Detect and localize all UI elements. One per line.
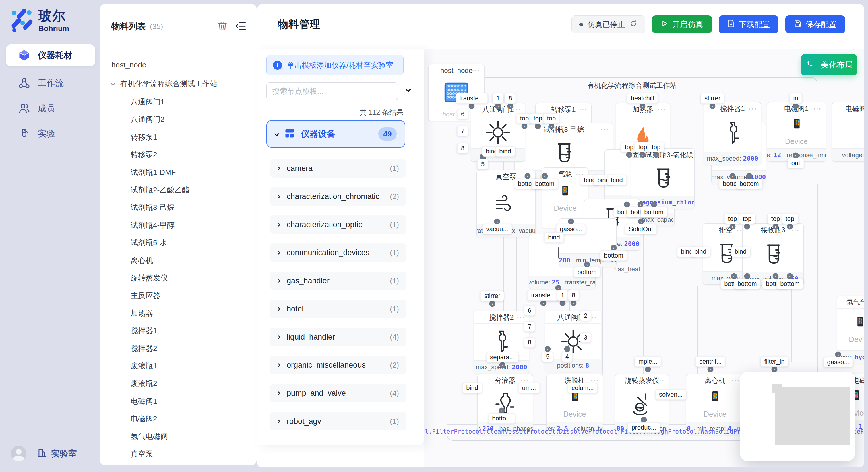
port-dot[interactable]: › [489,301,495,307]
sidebar-item-2[interactable]: 成员 [6,98,95,119]
category-row-liquid_handler[interactable]: liquid_handler(4) [270,328,406,346]
canvas-node[interactable]: 搅拌器1⋯max_speed:2000 [704,102,761,165]
port-dot[interactable]: › [730,224,736,230]
node-menu-icon[interactable]: ⋯ [748,102,757,115]
port-chip[interactable]: filter_in [761,357,788,367]
tree-item[interactable]: 试剂瓶1-DMF [131,167,176,178]
canvas-node[interactable]: 离心机⋯Devicetemp:40min_temp:4max_spe: [686,374,744,435]
port-dot[interactable]: ‹ [584,262,590,268]
canvas-node[interactable]: 八通阀门2⋯positions:8 [545,311,601,372]
chevron-down-icon[interactable] [406,88,410,93]
port-dot[interactable]: ‹ [651,202,657,208]
node-menu-icon[interactable]: ⋯ [472,64,480,77]
tree-item[interactable]: host_node [112,59,146,71]
port-chip[interactable]: vacuu... [482,224,512,234]
tree-item[interactable]: 搅拌器2 [131,343,157,354]
search-input[interactable] [267,82,398,100]
start-simulation-button[interactable]: 开启仿真 [652,15,712,33]
port-chip[interactable]: bind [462,383,482,393]
beautify-layout-button[interactable]: 美化布局 [801,54,857,75]
tree-item[interactable]: 八通阀门1 [131,96,164,107]
port-dot[interactable]: ‹ [793,153,799,159]
port-chip[interactable]: 2 [580,310,591,321]
port-dot[interactable]: ‹ [638,202,644,208]
category-row-hotel[interactable]: hotel(1) [270,300,406,318]
port-chip[interactable]: top [782,214,798,224]
port-chip[interactable]: 7 [457,126,468,136]
port-chip[interactable]: 8 [524,337,535,347]
tree-item[interactable]: 真空泵 [131,448,153,460]
port-dot[interactable]: ‹ [611,245,617,251]
port-chip[interactable]: 6 [524,305,535,316]
node-menu-icon[interactable]: ⋯ [682,148,690,161]
category-group-instruments[interactable]: 仪器设备 49 [267,120,405,148]
port-dot[interactable]: ‹ [638,218,644,225]
category-row-organic_miscellaneous[interactable]: organic_miscellaneous(2) [270,356,406,374]
tree-item[interactable]: 试剂瓶4-甲醇 [131,220,175,231]
port-dot[interactable]: › [626,152,632,158]
port-dot[interactable]: ‹ [744,273,750,279]
port-chip[interactable]: centrif... [695,357,725,367]
port-dot[interactable]: › [787,224,793,230]
sidebar-item-0[interactable]: 仪器耗材 [6,44,95,66]
port-chip[interactable]: mple... [634,357,661,367]
port-dot[interactable]: › [495,103,501,109]
port-chip[interactable]: 4 [562,351,572,362]
tree-item[interactable]: 八通阀门2 [131,113,164,125]
node-menu-icon[interactable]: ⋯ [516,311,525,324]
category-row-gas_handler[interactable]: gas_handler(1) [270,272,406,290]
port-chip[interactable]: top [544,113,560,124]
tree-item[interactable]: 试剂瓶5-水 [131,237,167,248]
port-chip[interactable]: top [648,142,664,152]
port-chip[interactable]: stirrer [480,291,504,301]
port-dot[interactable]: › [710,103,716,109]
port-chip[interactable]: 5 [477,159,488,169]
port-dot[interactable]: › [560,300,566,306]
port-chip[interactable]: bind [495,146,515,157]
port-dot[interactable]: ‹ [494,218,500,225]
port-chip[interactable]: top [739,214,755,224]
port-chip[interactable]: SolidOut [625,224,657,234]
category-row-communication_devices[interactable]: communication_devices(1) [270,243,406,262]
port-chip[interactable]: bottom [574,267,600,277]
lab-link[interactable]: 实验室 [37,448,77,460]
category-row-camera[interactable]: camera(1) [270,159,406,177]
port-dot[interactable]: › [645,367,651,372]
port-dot[interactable]: › [499,362,505,368]
port-chip[interactable]: bottom [600,250,627,261]
port-chip[interactable]: in [789,93,802,103]
node-menu-icon[interactable]: ⋯ [657,103,666,116]
port-chip[interactable]: stirrer [701,93,724,103]
category-row-characterization_chromatic[interactable]: characterization_chromatic(2) [270,187,406,206]
port-chip[interactable]: bottom [640,207,667,217]
category-row-characterization_optic[interactable]: characterization_optic(1) [270,215,406,234]
port-chip[interactable]: botto... [488,413,515,424]
port-chip[interactable]: bottom [776,279,803,289]
port-chip[interactable]: 1 [493,93,503,103]
port-chip[interactable]: solven... [655,390,686,400]
port-dot[interactable]: › [708,367,714,372]
node-canvas[interactable]: 有机化学流程综合测试工作站 host_node⋯host_no...转移泵1⋯试… [424,49,864,467]
category-row-pump_and_valve[interactable]: pump_and_valve(4) [270,384,406,402]
tree-item[interactable]: 加热器 [131,307,153,319]
port-chip[interactable]: bottom [734,279,761,289]
port-chip[interactable]: bottom [736,179,763,189]
port-dot[interactable]: ‹ [746,173,752,179]
port-dot[interactable]: › [570,300,577,306]
port-chip[interactable]: 1 [557,290,568,301]
port-chip[interactable]: bind [544,232,564,243]
port-dot[interactable]: ‹ [787,273,793,279]
port-dot[interactable]: › [540,300,547,306]
port-dot[interactable]: ‹ [730,173,736,179]
user-avatar[interactable] [11,446,26,461]
port-chip[interactable]: gasso... [823,357,853,367]
port-chip[interactable]: 7 [524,322,535,332]
chevron-down-icon[interactable] [111,81,115,86]
tree-item[interactable]: 旋转蒸发仪 [131,272,168,283]
port-chip[interactable]: 3 [580,332,591,343]
port-dot[interactable]: › [640,103,646,109]
port-dot[interactable]: ‹ [542,173,548,179]
canvas-node[interactable]: 固体试剂瓶3-氯化镁⋯agent:magnesium_chloride [631,148,694,209]
tree-item[interactable]: 电磁阀2 [131,413,157,425]
port-chip[interactable]: top [724,214,741,224]
